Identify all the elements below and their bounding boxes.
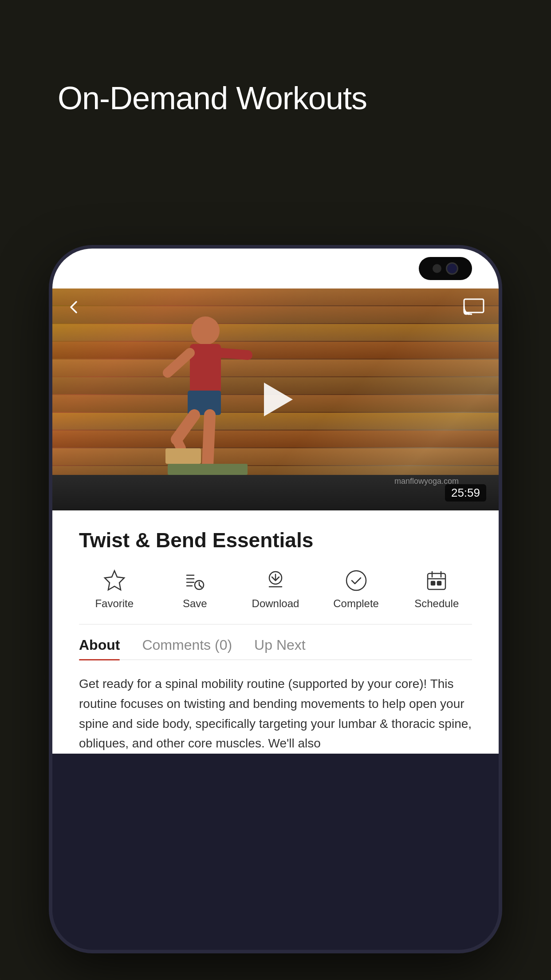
svg-rect-10 — [464, 299, 484, 312]
download-label: Download — [252, 597, 299, 610]
camera-lens — [446, 262, 458, 275]
svg-rect-23 — [428, 573, 445, 589]
content-section: Twist & Bend Essentials Favorite — [52, 510, 499, 754]
svg-rect-1 — [190, 344, 221, 393]
tab-comments[interactable]: Comments (0) — [142, 637, 232, 660]
svg-point-22 — [346, 571, 366, 590]
schedule-button[interactable]: Schedule — [401, 568, 472, 610]
wood-plank-3 — [52, 324, 499, 341]
wood-plank-9 — [52, 431, 499, 447]
play-triangle-icon — [264, 383, 293, 416]
video-back-button[interactable] — [65, 298, 83, 320]
camera-notch — [419, 257, 472, 280]
video-timestamp: 25:59 — [445, 484, 486, 502]
wood-plank-4 — [52, 342, 499, 359]
svg-rect-28 — [437, 581, 441, 585]
svg-marker-11 — [105, 571, 124, 590]
person-figure — [141, 311, 265, 479]
wood-plank-2 — [52, 306, 499, 323]
tab-about[interactable]: About — [79, 637, 120, 660]
camera-dot — [433, 264, 441, 273]
workout-description: Get ready for a spinal mobility routine … — [79, 674, 472, 754]
complete-label: Complete — [333, 597, 379, 610]
svg-rect-27 — [431, 581, 435, 585]
svg-line-18 — [199, 585, 201, 587]
download-button[interactable]: Download — [240, 568, 311, 610]
video-player[interactable]: 25:59 manflowyoga.com — [52, 288, 499, 510]
svg-point-0 — [191, 316, 220, 345]
phone-top-bar — [52, 249, 499, 288]
svg-line-7 — [177, 439, 181, 448]
tab-up-next[interactable]: Up Next — [254, 637, 306, 660]
page-title: On-Demand Workouts — [58, 80, 367, 116]
svg-line-3 — [221, 353, 248, 355]
favorite-button[interactable]: Favorite — [79, 568, 150, 610]
save-label: Save — [183, 597, 207, 610]
play-button[interactable] — [253, 377, 298, 422]
schedule-icon — [424, 568, 449, 593]
wood-plank-5 — [52, 360, 499, 376]
favorite-icon — [102, 568, 127, 593]
phone-frame: 25:59 manflowyoga.com Twist & Bend Essen… — [52, 249, 499, 950]
tabs-row: About Comments (0) Up Next — [79, 637, 472, 660]
wood-plank-1 — [52, 288, 499, 305]
save-button[interactable]: Save — [160, 568, 230, 610]
action-buttons-row: Favorite Save — [79, 568, 472, 624]
download-icon — [263, 568, 288, 593]
svg-rect-8 — [165, 448, 201, 464]
svg-line-2 — [168, 353, 190, 373]
svg-line-5 — [208, 415, 210, 466]
save-icon — [182, 568, 207, 593]
video-watermark: manflowyoga.com — [394, 477, 459, 486]
complete-icon — [344, 568, 369, 593]
cast-button[interactable] — [463, 298, 486, 316]
favorite-label: Favorite — [95, 597, 134, 610]
workout-title: Twist & Bend Essentials — [79, 528, 472, 552]
svg-rect-9 — [168, 464, 248, 475]
wood-plank-10 — [52, 448, 499, 465]
schedule-label: Schedule — [414, 597, 459, 610]
complete-button[interactable]: Complete — [321, 568, 391, 610]
